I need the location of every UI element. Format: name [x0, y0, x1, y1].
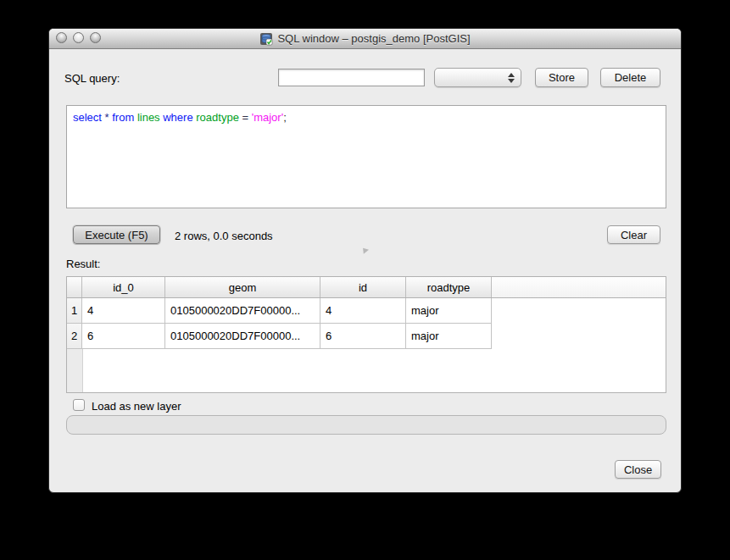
execute-button-label: Execute (F5) — [85, 229, 148, 241]
clear-button-label: Clear — [621, 229, 647, 241]
delete-button-label: Delete — [615, 71, 647, 84]
table-cell[interactable]: 6 — [82, 324, 165, 349]
row-number-cell[interactable]: 2 — [67, 324, 82, 349]
stored-query-select[interactable] — [434, 68, 521, 87]
result-table: id_0 geom id roadtype 140105000020DD7F00… — [66, 276, 666, 393]
sql-token: * — [105, 111, 113, 124]
column-header-id_0[interactable]: id_0 — [82, 277, 165, 297]
sql-token: = — [242, 111, 251, 124]
table-cell[interactable]: 0105000020DD7F00000... — [165, 324, 320, 349]
minimize-window-button[interactable] — [73, 32, 84, 43]
zoom-window-button[interactable] — [90, 32, 101, 43]
close-button-label: Close — [624, 463, 652, 476]
row-number-cell[interactable]: 1 — [67, 298, 82, 324]
sql-token: 'major' — [252, 111, 283, 124]
delete-button[interactable]: Delete — [600, 68, 660, 87]
table-row-filler — [492, 324, 666, 349]
title-bar[interactable]: SQL window – postgis_demo [PostGIS] — [49, 29, 681, 49]
table-row-filler — [492, 298, 666, 324]
store-button[interactable]: Store — [535, 68, 588, 87]
result-label: Result: — [66, 258, 100, 270]
load-as-new-layer-label[interactable]: Load as new layer — [92, 400, 181, 413]
sql-token: select — [73, 111, 105, 124]
table-cell[interactable]: major — [406, 298, 492, 324]
close-window-button[interactable] — [56, 32, 67, 43]
sql-query-label: SQL query: — [64, 72, 120, 85]
column-header-filler — [492, 277, 666, 297]
table-row[interactable]: 140105000020DD7F00000...4major — [67, 298, 666, 324]
sql-window: SQL window – postgis_demo [PostGIS] SQL … — [48, 28, 682, 493]
result-table-body: 140105000020DD7F00000...4major2601050000… — [67, 298, 666, 349]
query-name-input[interactable] — [278, 69, 425, 86]
window-title: SQL window – postgis_demo [PostGIS] — [277, 32, 470, 45]
sql-token: roadtype — [196, 111, 242, 124]
load-as-new-layer-checkbox[interactable] — [73, 399, 85, 411]
sql-token: from — [112, 111, 137, 124]
mouse-cursor — [361, 247, 368, 253]
close-button[interactable]: Close — [615, 460, 661, 479]
column-header-geom[interactable]: geom — [165, 277, 320, 297]
desktop-background: SQL window – postgis_demo [PostGIS] SQL … — [0, 0, 730, 560]
stepper-arrows-icon — [508, 69, 515, 86]
sql-token: ; — [283, 111, 287, 124]
table-cell[interactable]: major — [406, 324, 492, 349]
table-cell[interactable]: 4 — [82, 298, 165, 324]
sql-token: where — [163, 111, 196, 124]
store-button-label: Store — [549, 71, 575, 84]
table-cell[interactable]: 4 — [320, 298, 406, 324]
table-cell[interactable]: 0105000020DD7F00000... — [165, 298, 320, 324]
sql-token: lines — [137, 111, 163, 124]
table-row[interactable]: 260105000020DD7F00000...6major — [67, 324, 666, 349]
database-icon — [259, 32, 273, 46]
column-header-id[interactable]: id — [320, 277, 406, 297]
row-number-strip — [67, 349, 83, 393]
execute-button[interactable]: Execute (F5) — [73, 225, 160, 244]
table-cell[interactable]: 6 — [320, 324, 406, 349]
column-header-roadtype[interactable]: roadtype — [406, 277, 492, 297]
query-status-text: 2 rows, 0.0 seconds — [175, 230, 273, 242]
new-layer-name-input — [66, 415, 666, 435]
clear-button[interactable]: Clear — [607, 225, 660, 244]
sql-editor-code: select * from lines where roadtype = 'ma… — [73, 111, 660, 124]
result-table-header: id_0 geom id roadtype — [67, 277, 666, 298]
row-number-header[interactable] — [67, 277, 82, 297]
sql-editor[interactable]: select * from lines where roadtype = 'ma… — [66, 105, 666, 208]
